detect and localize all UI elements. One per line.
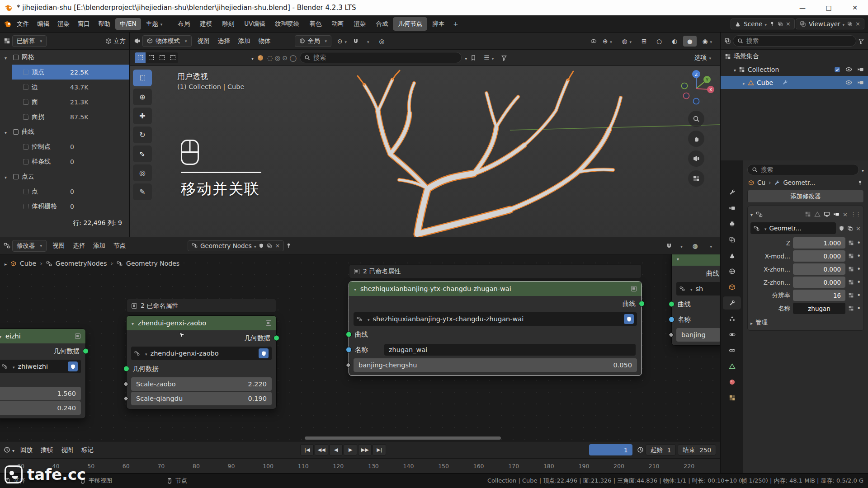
visibility-dropdown-icon[interactable]: [590, 38, 597, 44]
manage-section-header[interactable]: 管理: [755, 319, 768, 327]
physics-tab[interactable]: [723, 328, 741, 341]
camera-view-button[interactable]: [688, 150, 704, 167]
collapse-icon[interactable]: [750, 211, 753, 218]
modifier-param-row[interactable]: 分辨率 16 •: [750, 289, 861, 302]
node-editor-menu[interactable]: 添加: [89, 240, 109, 252]
node-store-named-attribute-3[interactable]: 曲线 sh 曲线 名称 banjing: [671, 254, 720, 346]
stats-row[interactable]: 体积栅格 0: [0, 199, 129, 214]
viewlayer-selector[interactable]: ViewLayer ×: [796, 19, 864, 29]
xray-toggle[interactable]: ⊞: [637, 36, 651, 47]
properties-search-input[interactable]: 搜索: [747, 164, 859, 175]
filter-funnel-icon[interactable]: [501, 55, 507, 61]
param-value-slider[interactable]: 1.000: [793, 237, 845, 249]
breadcrumb-object[interactable]: Cu: [757, 179, 765, 186]
value-input-socket[interactable]: [123, 396, 129, 402]
decorator-dot-icon[interactable]: •: [857, 252, 861, 260]
node-canvas[interactable]: Cube GeometryNodes Geometry Nodes eizhi: [0, 254, 720, 441]
pin-icon[interactable]: [286, 243, 292, 249]
transform-tool[interactable]: ◎: [133, 164, 152, 181]
topbar-menu[interactable]: 窗口: [74, 18, 94, 30]
pin-icon[interactable]: [857, 180, 863, 186]
topbar-menu[interactable]: 编辑: [33, 18, 53, 30]
topbar-menu[interactable]: 渲染: [53, 18, 74, 30]
modifiers-tab[interactable]: [723, 296, 741, 310]
expand-caret-icon[interactable]: [5, 54, 10, 61]
language-toggle-button[interactable]: 中/EN: [115, 18, 141, 30]
workspace-tab[interactable]: 合成: [371, 17, 393, 31]
attribute-field[interactable]: zhendui-genxi-zaobo: [131, 347, 272, 360]
annotate-tool[interactable]: ✎: [133, 183, 152, 200]
frame-end-field[interactable]: 结束 250: [678, 444, 716, 455]
editor-type-icon[interactable]: [4, 242, 10, 249]
geometry-input-socket[interactable]: [123, 366, 129, 372]
shield-toggle[interactable]: [259, 348, 269, 358]
transport-button[interactable]: ▶|: [373, 444, 386, 455]
display-render-toggle[interactable]: [833, 211, 840, 217]
node-store-named-attribute-2[interactable]: 2 已命名属性 shezhiquxianbanjing-ytx-changdu-…: [349, 281, 642, 376]
editor-dropdown-icon[interactable]: [12, 446, 14, 454]
frame-ruler[interactable]: 3040506070809010011012013014015016017018…: [0, 459, 720, 473]
value-input-socket[interactable]: [345, 362, 351, 368]
camera-render-icon[interactable]: [857, 79, 864, 86]
breadcrumb-item[interactable]: Cube: [20, 260, 36, 267]
search-options-dropdown[interactable]: [465, 54, 467, 61]
expand-caret-icon[interactable]: [743, 79, 745, 86]
copy-icon[interactable]: [778, 21, 783, 27]
shading-cluster-icon[interactable]: ◌ ◎ ⊙ ◯: [267, 54, 297, 61]
mode-dropdown[interactable]: 物体模式: [142, 35, 192, 47]
stats-row[interactable]: 样条线 0: [0, 154, 129, 169]
box-select-tool[interactable]: [133, 70, 152, 86]
copy-icon[interactable]: [847, 21, 853, 27]
copy-icon[interactable]: [267, 243, 272, 249]
close-button[interactable]: ✕: [842, 0, 868, 15]
drag-handle-icon[interactable]: ⋮⋮: [851, 211, 861, 217]
viewport-menu[interactable]: 物体: [255, 35, 275, 47]
node-store-named-attribute-1[interactable]: 2 已命名属性 zhendui-genxi-zaobo 几何数据 zhendui…: [126, 315, 277, 409]
viewport-menu[interactable]: 选择: [214, 35, 234, 47]
param-value-slider[interactable]: 0.000: [793, 277, 845, 288]
shield-toggle[interactable]: [68, 361, 78, 371]
node-header[interactable]: shezhiquxianbanjing-ytx-changdu-zhugan-w…: [349, 282, 642, 296]
decorator-dot-icon[interactable]: •: [857, 291, 861, 300]
outliner-search-input[interactable]: 搜索: [733, 35, 856, 47]
eye-icon[interactable]: [845, 79, 852, 86]
expand-caret-icon[interactable]: [5, 128, 10, 136]
stats-row[interactable]: 面拐 87.5K: [0, 109, 129, 124]
attribute-input-toggle-icon[interactable]: [848, 253, 854, 259]
pivot-point-dropdown[interactable]: ⊙: [333, 36, 351, 47]
attribute-input-toggle-icon[interactable]: [848, 266, 854, 272]
workspace-tab[interactable]: 着色: [304, 17, 326, 31]
value-input-socket[interactable]: [123, 381, 129, 387]
select-mode-intersect[interactable]: [167, 52, 178, 63]
material-tab[interactable]: [723, 375, 741, 389]
workspace-tab[interactable]: 动画: [326, 17, 349, 31]
modifier-param-row[interactable]: X-zhon... 0.000 •: [750, 263, 861, 276]
node-frame-label[interactable]: 2 已命名属性: [127, 299, 276, 313]
attribute-input-toggle-icon[interactable]: [848, 292, 854, 298]
workspace-tab[interactable]: 雕刻: [217, 17, 239, 31]
maximize-button[interactable]: □: [816, 0, 842, 15]
attribute-input-toggle-icon[interactable]: [848, 279, 854, 285]
timeline-menu[interactable]: 回放: [16, 444, 37, 456]
attribute-input-toggle-icon[interactable]: [848, 305, 854, 311]
evaluation-state-dropdown[interactable]: 已解算: [12, 35, 47, 47]
topbar-menu[interactable]: 文件: [13, 18, 33, 30]
decorator-dot-icon[interactable]: •: [857, 265, 861, 273]
workspace-tab[interactable]: 布局: [173, 17, 195, 31]
decorator-dot-icon[interactable]: •: [857, 305, 861, 313]
breadcrumb-item[interactable]: Geometry Nodes: [126, 260, 179, 267]
theme-menu[interactable]: 主题: [142, 18, 167, 30]
viewport-menu[interactable]: 添加: [234, 35, 255, 47]
modifier-param-row[interactable]: 名称 zhugan •: [750, 302, 861, 315]
param-value-slider[interactable]: zhugan: [793, 303, 845, 314]
string-input-socket[interactable]: [669, 317, 675, 323]
material-ball-icon[interactable]: [257, 54, 264, 61]
curve-output-socket[interactable]: [639, 301, 645, 307]
node-header[interactable]: zhendui-genxi-zaobo: [127, 316, 276, 330]
display-editmode-toggle[interactable]: [814, 211, 821, 217]
shield-toggle[interactable]: [624, 314, 634, 324]
cursor-tool[interactable]: ⊕: [133, 89, 152, 105]
topbar-menu[interactable]: 帮助: [94, 18, 114, 30]
decorator-dot-icon[interactable]: •: [857, 278, 861, 286]
banjing-chengshu-slider[interactable]: banjing-chengshu 0.050: [354, 358, 637, 372]
